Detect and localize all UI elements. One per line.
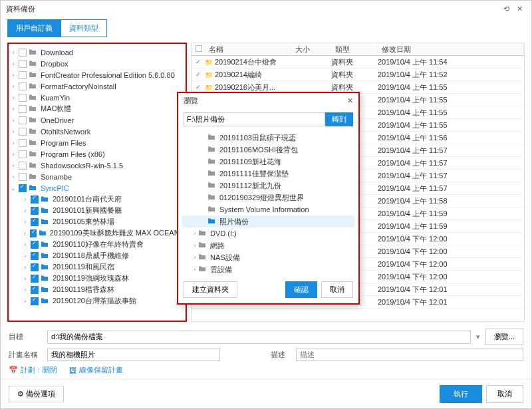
calendar-icon: 📅 — [9, 366, 18, 374]
tree-item-expanded[interactable]: ⌄SyncPIC — [10, 182, 184, 194]
desc-label: 描述 — [271, 350, 291, 360]
col-type[interactable]: 類型 — [331, 45, 378, 55]
browse-tree-item[interactable]: 20191111佳豐保潔墊 — [182, 168, 354, 180]
tree-child-item[interactable]: ›20190119和風民宿 — [10, 261, 184, 273]
tab-type[interactable]: 資料類型 — [61, 19, 107, 37]
browse-tree-item[interactable]: › 網路 — [182, 239, 354, 251]
titlebar: 資料備份 ⟲ ✕ — [1, 1, 531, 17]
tree-item[interactable]: ›OtohitsNetwork — [10, 126, 184, 137]
col-date[interactable]: 修改日期 — [378, 45, 524, 55]
run-button[interactable]: 執行 — [440, 385, 482, 403]
tree-item[interactable]: ›FormatFactoryNoinstall — [10, 80, 184, 92]
target-input[interactable] — [47, 331, 471, 344]
tree-child-item[interactable]: ›20190109美味酥脆炸雞皮 MAX OCEANS — [10, 227, 184, 239]
col-name[interactable]: 名稱 — [205, 45, 291, 55]
dialog-title: 瀏覽 — [184, 96, 347, 106]
browse-tree-item[interactable]: › NAS設備 — [182, 251, 354, 263]
browse-tree-item[interactable]: › 雲設備 — [182, 263, 354, 275]
dialog-close-icon[interactable]: ✕ — [347, 96, 353, 105]
tree-child-item[interactable]: ›20190105東勢林場 — [10, 216, 184, 227]
form-area: 目標 ▾ 瀏覽... 計畫名稱 描述 📅計劃：關閉 🖼線像保留計畫 — [1, 322, 531, 379]
window-title: 資料備份 — [6, 4, 499, 14]
browse-tree-item[interactable]: 20191106MOSHI後背包 — [182, 144, 354, 156]
browse-tree-item[interactable]: 20191103田鼠碩子現盃 — [182, 132, 354, 144]
tree-child-item[interactable]: ›20190120台灣茶摳故事館 — [10, 295, 184, 307]
source-tree-panel: ›Download›Dropbox›FontCreator Profession… — [7, 43, 187, 322]
table-row[interactable]: ✓ 📁 20190214編綺 資料夾 2019/10/4 上午 11:52 — [192, 68, 524, 81]
cancel-button[interactable]: 取消 — [486, 385, 523, 403]
browse-tree-item[interactable]: 0120190329燈燈異想世界 — [182, 192, 354, 204]
browse-tree-item[interactable]: 20191109新社花海 — [182, 156, 354, 168]
tree-child-item[interactable]: ›20190101新興國餐廳 — [10, 205, 184, 216]
restore-icon[interactable]: ⟲ — [499, 5, 513, 13]
tree-child-item[interactable]: ›20190110好像在年終特賣會 — [10, 239, 184, 250]
tree-item[interactable]: ›MAC軟體 — [10, 103, 184, 114]
tree-child-item[interactable]: ›20190101台南代天府 — [10, 194, 184, 205]
close-icon[interactable]: ✕ — [513, 5, 526, 13]
tree-item[interactable]: ›Dropbox — [10, 58, 184, 69]
tab-custom[interactable]: 用戶自訂義 — [7, 19, 61, 37]
tabs: 用戶自訂義資料類型 — [1, 17, 531, 37]
browse-tree-item[interactable]: › DVD (I:) — [182, 227, 354, 239]
target-label: 目標 — [9, 332, 42, 342]
gear-icon: ⚙ — [17, 390, 24, 398]
tree-child-item[interactable]: ›20190118鼎威手機維修 — [10, 250, 184, 261]
tree-item[interactable]: ›ShadowsocksR-win-5.1.5 — [10, 160, 184, 171]
tree-item[interactable]: ›Download — [10, 47, 184, 58]
tree-child-item[interactable]: ›20190119檔香森林 — [10, 284, 184, 295]
plan-label: 計畫名稱 — [9, 350, 42, 360]
browse-tree-item[interactable]: 20191112新北九份 — [182, 180, 354, 192]
desc-input[interactable] — [296, 348, 523, 361]
tree-item[interactable]: ›Program Files — [10, 137, 184, 148]
ok-button[interactable]: 確認 — [285, 281, 317, 298]
table-row[interactable]: ✓ 📁 20190214台中燈會 資料夾 2019/10/4 上午 11:54 — [192, 56, 524, 68]
path-input[interactable] — [184, 112, 325, 126]
browse-button[interactable]: 瀏覽... — [485, 329, 523, 345]
backup-options-button[interactable]: ⚙ 備份選項 — [9, 386, 64, 402]
dialog-cancel-button[interactable]: 取消 — [321, 281, 353, 298]
tree-item[interactable]: ›FontCreator Professional Edition 5.6.0.… — [10, 69, 184, 80]
browse-tree-item[interactable]: 照片備份 — [182, 215, 354, 227]
new-folder-button[interactable]: 建立資料夾 — [184, 281, 237, 298]
tree-item[interactable]: ›Sonambe — [10, 171, 184, 182]
browse-dialog: 瀏覽 ✕ 轉到 20191103田鼠碩子現盃 20191106MOSHI後背包 … — [177, 92, 360, 305]
go-button[interactable]: 轉到 — [325, 112, 353, 126]
tree-item[interactable]: ›OneDriver — [10, 114, 184, 126]
table-header: 名稱 大小 類型 修改日期 — [191, 43, 525, 56]
plan-name-input[interactable] — [47, 348, 220, 361]
retention-link[interactable]: 🖼線像保留計畫 — [69, 365, 123, 375]
tree-item[interactable]: ›KuamYin — [10, 92, 184, 103]
tree-child-item[interactable]: ›20190119強綱玫瑰森林 — [10, 273, 184, 284]
tree-item[interactable]: ›Program Files (x86) — [10, 148, 184, 160]
browse-tree-item[interactable]: System Volume Information — [182, 204, 354, 215]
image-icon: 🖼 — [69, 366, 76, 374]
col-size[interactable]: 大小 — [291, 45, 331, 55]
schedule-link[interactable]: 📅計劃：關閉 — [9, 365, 57, 375]
